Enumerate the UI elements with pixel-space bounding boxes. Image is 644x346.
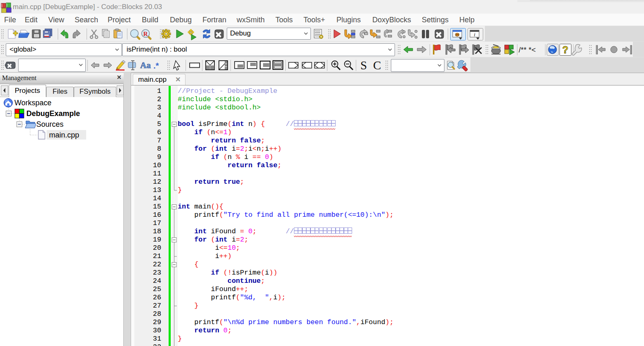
svg-text:i: i: [474, 31, 475, 38]
svg-text:R: R: [143, 31, 148, 37]
svg-text:S: S: [360, 59, 367, 72]
svg-text:C: C: [373, 59, 381, 72]
svg-text:/** *<: /** *<: [519, 46, 536, 54]
svg-text:?: ?: [562, 44, 569, 55]
svg-text:.*: .*: [153, 61, 159, 70]
svg-text:Aa: Aa: [140, 60, 151, 70]
